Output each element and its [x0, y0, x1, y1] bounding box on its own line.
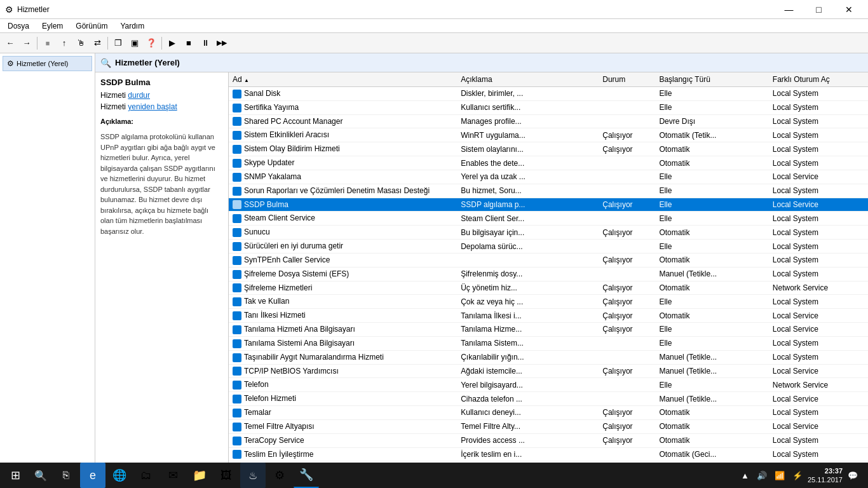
taskbar-clock[interactable]: 23:37 25.11.2017 — [808, 466, 843, 485]
search-icon: 🔍 — [34, 470, 47, 482]
toolbar-stop[interactable]: ■ — [181, 36, 196, 51]
service-name-cell: Skype Updater — [229, 156, 457, 170]
service-icon — [233, 200, 241, 209]
table-row[interactable]: Sistem Etkinlikleri AracısıWinRT uygulam… — [229, 128, 868, 142]
taskbar-edge-btn[interactable]: e — [80, 463, 105, 488]
toolbar-back[interactable]: ← — [3, 36, 18, 51]
toolbar-btn3[interactable]: 🖱 — [73, 36, 88, 51]
service-desc-cell: Şifrelenmiş dosy... — [457, 267, 599, 281]
service-logon-cell: Local Service — [769, 198, 868, 212]
col-header-logon[interactable]: Farklı Oturum Aç — [769, 72, 868, 87]
service-name-heading: SSDP Bulma — [100, 78, 223, 87]
service-logon-cell: Local System — [769, 156, 868, 170]
taskbar-chrome-btn[interactable]: 🌐 — [107, 463, 132, 488]
table-row[interactable]: SNMP YakalamaYerel ya da uzak ...ElleLoc… — [229, 170, 868, 184]
taskbar-search[interactable]: 🔍 — [29, 464, 52, 487]
menu-gorunum[interactable]: Görünüm — [71, 20, 112, 32]
col-header-startup[interactable]: Başlangıç Türü — [655, 72, 768, 87]
service-desc-cell: Temel Filtre Alty... — [457, 419, 599, 433]
close-button[interactable]: ✕ — [834, 0, 863, 19]
table-row[interactable]: Tak ve KullanÇok az veya hiç ...Çalışıyo… — [229, 295, 868, 309]
table-row[interactable]: Tanılama Sistemi Ana BilgisayarıTanılama… — [229, 336, 868, 350]
tray-notifications-icon[interactable]: 💬 — [845, 468, 860, 483]
toolbar-help[interactable]: ❓ — [144, 36, 159, 51]
service-icon — [233, 450, 241, 459]
service-name-text: SSDP Bulma — [244, 200, 288, 209]
service-startup-cell: Elle — [655, 295, 768, 309]
table-row[interactable]: Skype UpdaterEnables the dete...Otomatik… — [229, 156, 868, 170]
start-button[interactable]: ⊞ — [3, 463, 28, 488]
table-area[interactable]: Ad Açıklama Durum Başlangıç Türü Farklı … — [229, 72, 868, 463]
table-row[interactable]: TeraCopy ServiceProvides access ...Çalış… — [229, 433, 868, 447]
service-icon — [233, 242, 241, 251]
taskbar-filemanager-btn[interactable]: 📁 — [187, 463, 212, 488]
restart-link[interactable]: yeniden başlat — [128, 102, 177, 111]
taskbar-photos-btn[interactable]: 🖼 — [214, 463, 239, 488]
taskbar-services-btn[interactable]: 🔧 — [294, 463, 319, 488]
service-desc-cell: Sistem olaylarını... — [457, 142, 599, 156]
tray-arrow-icon[interactable]: ▲ — [738, 468, 752, 483]
table-row[interactable]: SynTPEnh Caller ServiceÇalışıyorOtomatik… — [229, 253, 868, 267]
minimize-button[interactable]: — — [775, 0, 803, 19]
service-icon — [233, 256, 241, 265]
service-status-cell — [599, 212, 655, 226]
table-row[interactable]: Telefon HizmetiCihazda telefon ...Manuel… — [229, 392, 868, 406]
service-name-cell: Taşınabilir Aygıt Numaralandırma Hizmeti — [229, 350, 457, 364]
clock-date: 25.11.2017 — [808, 475, 843, 484]
col-header-name[interactable]: Ad — [229, 72, 457, 87]
table-row[interactable]: Temel Filtre AltyapısıTemel Filtre Alty.… — [229, 419, 868, 433]
left-panel-services[interactable]: ⚙ Hizmetler (Yerel) — [3, 56, 92, 71]
service-desc-cell: Manages profile... — [457, 114, 599, 128]
table-row[interactable]: Sertifika YayımaKullanıcı sertifik...Ell… — [229, 100, 868, 114]
taskbar-email-btn[interactable]: ✉ — [160, 463, 186, 488]
taskbar-explorer-btn[interactable]: 🗂 — [133, 463, 159, 488]
service-startup-cell: Otomatik — [655, 406, 768, 420]
service-restart-action: Hizmeti yeniden başlat — [100, 102, 223, 111]
table-row[interactable]: TelefonYerel bilgisayard...ElleNetwork S… — [229, 378, 868, 392]
stop-link[interactable]: durdur — [128, 91, 150, 100]
start-icon: ⊞ — [11, 468, 20, 482]
service-icon — [233, 187, 241, 196]
menu-eylem[interactable]: Eylem — [37, 20, 68, 32]
toolbar-new-window[interactable]: ❐ — [111, 36, 126, 51]
table-row[interactable]: Şifreleme Dosya Sistemi (EFS)Şifrelenmiş… — [229, 267, 868, 281]
table-row[interactable]: Tanılama Hizmeti Ana BilgisayarıTanılama… — [229, 323, 868, 337]
taskbar-steam-btn[interactable]: ♨ — [240, 463, 266, 488]
table-row[interactable]: SunucuBu bilgisayar için...ÇalışıyorOtom… — [229, 226, 868, 240]
table-row[interactable]: Teslim En İyileştirmeİçerik teslim en i.… — [229, 447, 868, 461]
toolbar-btn4[interactable]: ⇄ — [90, 36, 105, 51]
table-row[interactable]: SSDP BulmaSSDP algılama p...ÇalışıyorEll… — [229, 198, 868, 212]
service-name-cell: Sistem Etkinlikleri Aracısı — [229, 128, 457, 142]
service-startup-cell: Elle — [655, 198, 768, 212]
table-row[interactable]: Shared PC Account ManagerManages profile… — [229, 114, 868, 128]
col-header-status[interactable]: Durum — [599, 72, 655, 87]
table-row[interactable]: Tanı İlkesi HizmetiTanılama İlkesi i...Ç… — [229, 309, 868, 323]
toolbar-export[interactable]: ▣ — [127, 36, 142, 51]
toolbar-forward[interactable]: → — [19, 36, 34, 51]
table-row[interactable]: Sürücüleri en iyi duruma getirDepolama s… — [229, 240, 868, 254]
table-row[interactable]: Sistem Olay Bildirim HizmetiSistem olayl… — [229, 142, 868, 156]
tray-battery-icon[interactable]: ⚡ — [790, 468, 805, 483]
table-row[interactable]: Şifreleme HizmetleriÜç yönetim hiz...Çal… — [229, 281, 868, 295]
tray-volume-icon[interactable]: 🔊 — [754, 468, 770, 483]
table-row[interactable]: TemalarKullanıcı deneyi...ÇalışıyorOtoma… — [229, 406, 868, 420]
table-row[interactable]: Taşınabilir Aygıt Numaralandırma Hizmeti… — [229, 350, 868, 364]
service-name-text: Steam Client Service — [244, 214, 315, 222]
tray-network-icon[interactable]: 📶 — [772, 468, 787, 483]
toolbar-restart[interactable]: ▶▶ — [214, 36, 229, 51]
toolbar-up[interactable]: ↑ — [57, 36, 72, 51]
col-header-desc[interactable]: Açıklama — [457, 72, 599, 87]
toolbar-pause[interactable]: ⏸ — [198, 36, 213, 51]
toolbar-show-hide[interactable]: ≡ — [40, 36, 55, 51]
taskbar-settings-btn[interactable]: ⚙ — [267, 463, 292, 488]
table-row[interactable]: Sorun Raporları ve Çözümleri Denetim Mas… — [229, 184, 868, 198]
service-status-cell — [599, 170, 655, 184]
task-view-btn[interactable]: ⎘ — [53, 463, 79, 488]
menu-yardim[interactable]: Yardım — [115, 20, 149, 32]
table-row[interactable]: Sanal DiskDiskler, birimler, ...ElleLoca… — [229, 87, 868, 101]
menu-dosya[interactable]: Dosya — [3, 20, 34, 32]
maximize-button[interactable]: □ — [804, 0, 833, 19]
table-row[interactable]: Steam Client ServiceSteam Client Ser...E… — [229, 212, 868, 226]
table-row[interactable]: TCP/IP NetBIOS YardımcısıAğdaki istemcil… — [229, 364, 868, 378]
toolbar-play[interactable]: ▶ — [165, 36, 180, 51]
